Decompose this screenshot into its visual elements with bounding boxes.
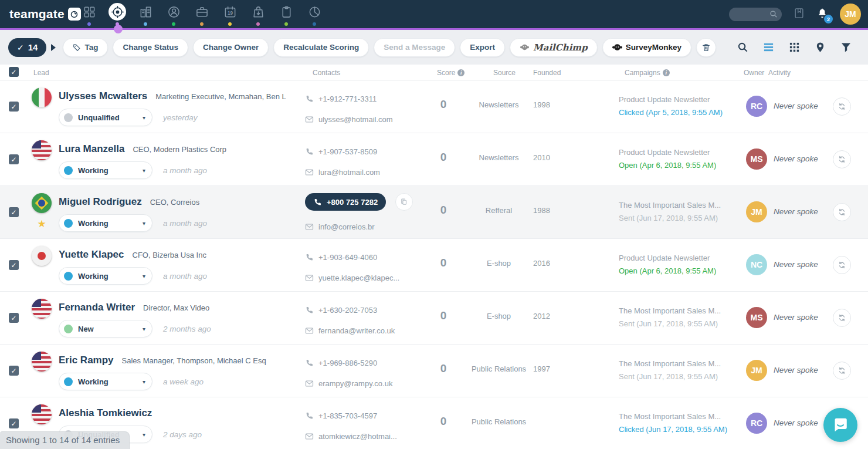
campaign-status[interactable]: Sent (Jun 17, 2018, 9:55 AM) — [619, 372, 757, 381]
email-address[interactable]: fernanda@writer.co.uk — [318, 326, 395, 335]
refresh-activity-button[interactable] — [833, 362, 851, 380]
status-dropdown[interactable]: Working — [59, 267, 152, 285]
table-search-icon[interactable] — [737, 42, 748, 53]
surveymonkey-button[interactable]: SurveyMonkey — [602, 38, 691, 57]
info-icon[interactable] — [663, 69, 670, 76]
nav-item-deals[interactable] — [188, 0, 216, 28]
toolbar-send-a-message-button[interactable]: Send a Message — [374, 38, 455, 57]
map-view-icon[interactable] — [815, 42, 826, 53]
nav-item-products[interactable] — [244, 0, 272, 28]
favorite-star-icon[interactable] — [37, 218, 46, 230]
lead-name[interactable]: Lura Manzella — [59, 143, 124, 155]
row-checkbox[interactable] — [9, 313, 19, 323]
email-address[interactable]: erampy@rampy.co.uk — [318, 379, 392, 388]
phone-number[interactable]: +1-903-649-4060 — [318, 253, 377, 262]
status-dropdown[interactable]: Working — [59, 161, 152, 179]
nav-item-files[interactable] — [272, 0, 300, 28]
saved-filters-icon[interactable] — [794, 8, 805, 21]
toolbar-export-button[interactable]: Export — [460, 38, 505, 57]
trash-icon — [701, 43, 711, 52]
lead-source: Public Relations — [465, 417, 533, 426]
toolbar-change-status-button[interactable]: Change Status — [113, 38, 188, 57]
refresh-activity-button[interactable] — [833, 309, 851, 327]
owner-avatar[interactable]: NC — [746, 254, 767, 275]
refresh-activity-button[interactable] — [833, 256, 851, 274]
owner-avatar[interactable]: RC — [746, 413, 767, 434]
campaign-status[interactable]: Clicked (Jun 17, 2018, 9:55 AM) — [619, 425, 757, 434]
status-dropdown[interactable]: Unqualified — [59, 109, 152, 126]
phone-number[interactable]: +1-907-537-8509 — [318, 147, 377, 156]
email-address[interactable]: info@correios.br — [318, 222, 375, 231]
phone-row[interactable]: +1-912-771-3311 — [305, 94, 377, 103]
email-address[interactable]: lura@hotmail.com — [318, 168, 380, 177]
campaign-status[interactable]: Clicked (Apr 5, 2018, 9:55 AM) — [619, 108, 757, 117]
owner-avatar[interactable]: MS — [746, 307, 767, 328]
activity-status: Never spoke — [774, 102, 818, 110]
row-checkbox[interactable] — [9, 260, 19, 270]
nav-item-companies[interactable] — [131, 0, 160, 28]
selected-count-pill[interactable]: 14 — [8, 38, 46, 57]
status-dropdown[interactable]: Working — [59, 214, 152, 232]
nav-item-leads[interactable] — [103, 0, 131, 28]
status-dropdown[interactable]: Working — [59, 373, 152, 390]
phone-number[interactable]: +1-969-886-5290 — [318, 359, 377, 367]
email-address[interactable]: yuette.klapec@klapec... — [318, 274, 399, 282]
phone-row[interactable]: +1-835-703-4597 — [305, 411, 377, 420]
toolbar-recalculate-scoring-button[interactable]: Recalculate Scoring — [273, 38, 369, 57]
expand-selection-icon[interactable] — [51, 44, 56, 51]
teamgate-logo[interactable]: teamgate — [9, 0, 81, 28]
list-view-icon[interactable] — [763, 42, 774, 53]
phone-row[interactable]: +1-969-886-5290 — [305, 359, 377, 367]
row-checkbox[interactable] — [9, 207, 19, 217]
copy-phone-button[interactable] — [395, 193, 413, 211]
nav-item-calendar[interactable]: 19 — [216, 0, 244, 28]
refresh-activity-button[interactable] — [833, 150, 851, 168]
user-avatar[interactable]: JM — [840, 4, 861, 25]
refresh-activity-button[interactable] — [833, 203, 851, 221]
row-checkbox[interactable] — [9, 366, 19, 376]
grid-view-icon[interactable] — [789, 42, 800, 53]
lead-name[interactable]: Fernanda Writer — [59, 302, 135, 313]
status-dropdown[interactable]: New — [59, 320, 152, 337]
row-checkbox[interactable] — [9, 418, 19, 428]
lead-name[interactable]: Aleshia Tomkiewicz — [59, 407, 152, 419]
refresh-activity-button[interactable] — [833, 97, 851, 116]
nav-item-insights[interactable] — [300, 0, 328, 28]
phone-number[interactable]: +1-835-703-4597 — [318, 411, 377, 420]
owner-avatar[interactable]: RC — [746, 96, 767, 117]
lead-avatar-wrap — [32, 352, 52, 389]
mailchimp-button[interactable]: MailChimp — [510, 38, 598, 57]
filter-icon[interactable] — [840, 42, 852, 53]
campaign-status[interactable]: Sent (Jun 17, 2018, 9:55 AM) — [619, 319, 757, 328]
notifications-bell-icon[interactable]: 2 — [816, 7, 828, 21]
campaign-status[interactable]: Open (Apr 6, 2018, 9:55 AM) — [619, 161, 757, 170]
info-icon[interactable] — [457, 69, 464, 76]
toolbar-tag-button[interactable]: Tag — [63, 38, 108, 57]
delete-selected-button[interactable] — [696, 38, 716, 57]
toolbar-change-owner-button[interactable]: Change Owner — [193, 38, 269, 57]
nav-item-contacts[interactable] — [160, 0, 188, 28]
owner-avatar[interactable]: MS — [746, 148, 767, 170]
row-checkbox[interactable] — [9, 102, 19, 112]
phone-number[interactable]: +800 725 7282 — [327, 198, 378, 207]
email-address[interactable]: ulysses@hotmail.com — [318, 115, 393, 124]
owner-avatar[interactable]: JM — [746, 360, 767, 381]
phone-number[interactable]: +1-912-771-3311 — [318, 94, 377, 103]
phone-row[interactable]: +1-903-649-4060 — [305, 253, 377, 262]
lead-name[interactable]: Ulysses Mcwalters — [59, 90, 147, 102]
lead-name[interactable]: Miguel Rodríguez — [59, 196, 142, 208]
chat-launcher-button[interactable] — [823, 408, 857, 442]
phone-row[interactable]: +1-630-202-7053 — [305, 306, 377, 315]
select-all-checkbox[interactable] — [9, 67, 19, 77]
nav-item-dashboard[interactable] — [75, 0, 103, 28]
campaign-status[interactable]: Open (Apr 6, 2018, 9:55 AM) — [619, 266, 757, 275]
phone-row[interactable]: +800 725 7282 — [305, 193, 386, 211]
campaign-status[interactable]: Sent (Jun 17, 2018, 9:55 AM) — [619, 214, 757, 222]
owner-avatar[interactable]: JM — [746, 201, 767, 222]
phone-number[interactable]: +1-630-202-7053 — [318, 306, 377, 315]
phone-row[interactable]: +1-907-537-8509 — [305, 147, 377, 156]
lead-name[interactable]: Yuette Klapec — [59, 249, 124, 261]
row-checkbox[interactable] — [9, 154, 19, 164]
email-address[interactable]: atomkiewicz@hotmai... — [318, 432, 397, 441]
lead-name[interactable]: Eric Rampy — [59, 355, 114, 366]
